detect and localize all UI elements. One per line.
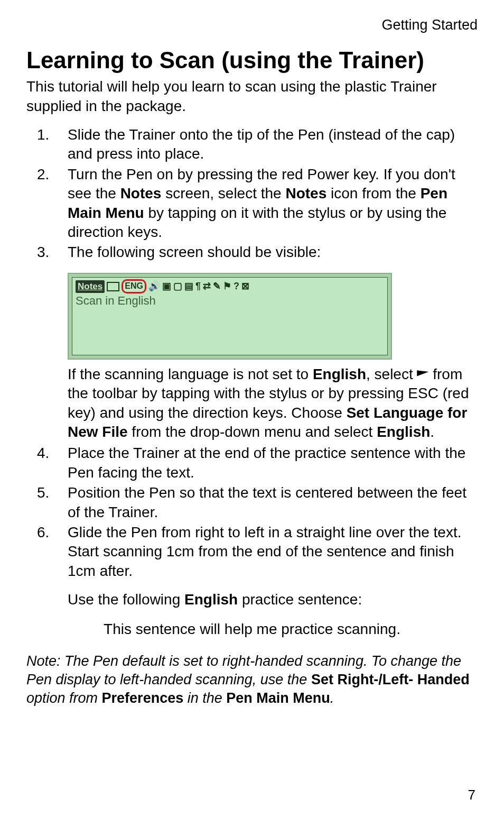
step-2: 2. Turn the Pen on by pressing the red P… <box>26 165 478 242</box>
notes-app-badge: Notes <box>76 280 105 293</box>
step-3-continued: If the scanning language is not set to E… <box>68 365 478 442</box>
language-badge: ENG <box>122 279 146 293</box>
step-text: Position the Pen so that the text is cen… <box>68 483 478 522</box>
device-screenshot-row: Notes ENG 🔊 ▣ ▢ ▤ ¶ ⇄ ✎ ⚑ ? ⊠ Sca <box>26 269 478 365</box>
save-icon: ▤ <box>184 280 193 292</box>
file-icon: ▢ <box>173 280 182 292</box>
help-icon: ? <box>234 280 239 292</box>
use-following: Use the following English practice sente… <box>68 590 478 609</box>
device-inner: Notes ENG 🔊 ▣ ▢ ▤ ¶ ⇄ ✎ ⚑ ? ⊠ Sca <box>72 277 388 355</box>
flag-toolbar-icon <box>417 370 428 380</box>
footer-note: Note: The Pen default is set to right-ha… <box>26 652 478 708</box>
step-number: 6. <box>37 523 57 581</box>
step-number: 2. <box>37 165 57 242</box>
book-icon: ▣ <box>162 280 171 292</box>
box-icon <box>107 282 119 291</box>
document-page: Getting Started Learning to Scan (using … <box>0 0 504 817</box>
pen-icon: ✎ <box>213 280 221 292</box>
device-screen: Notes ENG 🔊 ▣ ▢ ▤ ¶ ⇄ ✎ ⚑ ? ⊠ Sca <box>68 273 392 360</box>
page-number: 7 <box>468 786 475 804</box>
preferences-label: Preferences <box>102 690 184 706</box>
step-4: 4. Place the Trainer at the end of the p… <box>26 444 478 482</box>
step-text: Turn the Pen on by pressing the red Powe… <box>68 165 478 242</box>
step-text: The following screen should be visible: <box>68 243 478 262</box>
device-toolbar: Notes ENG 🔊 ▣ ▢ ▤ ¶ ⇄ ✎ ⚑ ? ⊠ <box>76 280 384 293</box>
step-number: 1. <box>37 125 57 164</box>
step-text: Place the Trainer at the end of the prac… <box>68 444 478 482</box>
step-list-continued: 4. Place the Trainer at the end of the p… <box>26 444 478 581</box>
intro-paragraph: This tutorial will help you learn to sca… <box>26 77 478 116</box>
step-number: 4. <box>37 444 57 482</box>
notes-label: Notes <box>285 185 326 201</box>
option-label: Set Right-/Left- Handed <box>311 672 470 687</box>
page-title: Learning to Scan (using the Trainer) <box>26 45 478 75</box>
step-list: 1. Slide the Trainer onto the tip of the… <box>26 125 478 262</box>
close-icon: ⊠ <box>241 280 249 292</box>
english-label: English <box>377 424 430 440</box>
step-number: 5. <box>37 483 57 522</box>
step-text: Glide the Pen from right to left in a st… <box>68 523 478 581</box>
flag-icon: ⚑ <box>223 280 231 292</box>
section-name: Getting Started <box>381 17 478 33</box>
english-label: English <box>184 591 238 608</box>
speaker-icon: 🔊 <box>148 280 160 292</box>
english-label: English <box>313 366 366 382</box>
step-text: Slide the Trainer onto the tip of the Pe… <box>68 125 478 164</box>
step-5: 5. Position the Pen so that the text is … <box>26 483 478 522</box>
notes-label: Notes <box>120 185 162 201</box>
swap-icon: ⇄ <box>203 280 211 292</box>
menu-label: Pen Main Menu <box>226 690 330 706</box>
step-3: 3. The following screen should be visibl… <box>26 243 478 262</box>
step-6: 6. Glide the Pen from right to left in a… <box>26 523 478 581</box>
step-number: 3. <box>37 243 57 262</box>
scan-prompt: Scan in English <box>76 293 384 309</box>
practice-sentence: This sentence will help me practice scan… <box>26 620 478 639</box>
step-1: 1. Slide the Trainer onto the tip of the… <box>26 125 478 164</box>
para-icon: ¶ <box>195 280 201 292</box>
running-header: Getting Started <box>26 16 478 34</box>
